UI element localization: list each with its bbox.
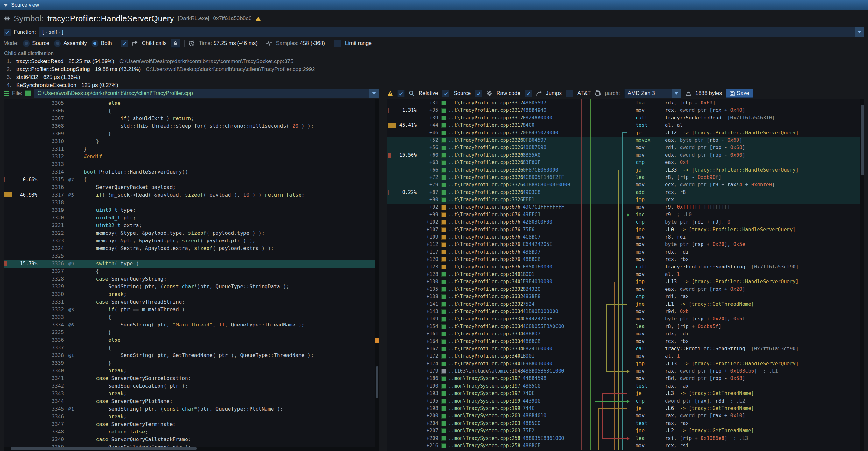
scrollbar-handle[interactable] (376, 366, 378, 398)
chevron-down-icon[interactable] (855, 27, 864, 37)
source-line-3312[interactable]: 3312#endif (3, 153, 379, 160)
source-line-3328[interactable]: 3328 case ServerQueryString: (3, 275, 379, 283)
mode-radio-source[interactable]: Source (23, 40, 49, 47)
function-checkbox[interactable] (3, 29, 11, 36)
asm-row-+102[interactable]: +102..t\TracyProfiler.hpp:67642803C0F00c… (388, 218, 865, 226)
asm-row-+138[interactable]: +138..t\TracyProfiler.cpp:3332483BF8cmpr… (388, 293, 865, 300)
source-line-3338[interactable]: 3338@1 SendString( ptr, GetThreadName( p… (3, 352, 379, 359)
asm-source-location[interactable]: ..t\TracyProfiler.hpp:676 (441, 234, 523, 241)
source-checkbox[interactable] (442, 90, 450, 97)
source-line-3313[interactable]: 3313 (3, 160, 379, 168)
asm-source-location[interactable]: ..t\TracyProfiler.cpp:3317 (441, 114, 523, 122)
source-line-3330[interactable]: 3330 break; (3, 291, 379, 298)
asm-row-+164[interactable]: +164..t\TracyProfiler.cpp:3334488BCBmovr… (388, 338, 865, 345)
chevron-down-icon[interactable] (672, 89, 681, 98)
source-line-3314[interactable]: 3314bool Profiler::HandleServerQuery() (3, 168, 379, 176)
asm-source-location[interactable]: ..mon\TracySystem.cpp:203 (441, 420, 523, 427)
mode-radio-both[interactable]: Both (91, 40, 112, 47)
asm-source-location[interactable]: ..mon\TracySystem.cpp:199 (441, 397, 523, 405)
source-line-3329[interactable]: 3329 SendString( ptr, (const char*)ptr, … (3, 283, 379, 291)
asm-source-location[interactable]: ..t\TracyProfiler.hpp:676 (441, 256, 523, 263)
source-line-3320[interactable]: 3320 uint64_t ptr; (3, 214, 379, 222)
asm-source-location[interactable]: ..t\TracyProfiler.cpp:3317 (441, 129, 523, 137)
asm-row-+123[interactable]: +123..t\TracyProfiler.hpp:676E850160000c… (388, 263, 865, 271)
asm-row-+193[interactable]: +193..mon\TracySystem.cpp:197740Eje.L3 -… (388, 390, 865, 397)
asm-row-+216[interactable]: +216..mon\TracySystem.cpp:258488BCEmovrc… (388, 442, 865, 449)
asm-source-location[interactable]: ..t\TracyProfiler.hpp:676 (441, 218, 523, 226)
source-line-3348[interactable]: 3348 return false; (3, 428, 379, 436)
asm-source-location[interactable]: ..mon\TracySystem.cpp:197 (441, 383, 523, 390)
uarch-combo[interactable]: AMD Zen 3 (624, 89, 681, 98)
asm-row-+52[interactable]: +52..t\TracyProfiler.cpp:33260FB64597mov… (388, 137, 865, 144)
source-line-3306[interactable]: 3306 { (3, 107, 379, 115)
asm-row-+90[interactable]: +90..t\TracyProfiler.cpp:3326FFE1jmprcx (388, 196, 865, 204)
asm-row-+112[interactable]: +112..t\TracyProfiler.hpp:676C64424205Em… (388, 241, 865, 248)
source-line-3349[interactable]: 3349 case ServerQueryCallstackFrame: (3, 436, 379, 443)
asm-source-location[interactable]: ..mon\TracySystem.cpp:203 (441, 427, 523, 434)
source-line-3336[interactable]: 3336 else (3, 336, 379, 344)
asm-source-location[interactable]: ..t\TracyProfiler.cpp:3334 (441, 323, 523, 330)
asm-source-location[interactable]: ..t\TracyProfiler.cpp:3326 (441, 189, 523, 196)
asm-row-+167[interactable]: +167..t\TracyProfiler.cpp:3334E824160000… (388, 345, 865, 353)
asm-source-location[interactable]: ..t\TracyProfiler.cpp:3401 (441, 278, 523, 285)
source-line-3305[interactable]: 3305 else (3, 99, 379, 107)
raw-code-checkbox[interactable] (475, 90, 482, 97)
asm-source-location[interactable]: ..mon\TracySystem.cpp:258 (441, 442, 523, 449)
asm-source-location[interactable]: ..t\TracyProfiler.hpp:676 (441, 263, 523, 271)
source-line-3307[interactable]: 3307 if( shouldExit ) return; (3, 115, 379, 122)
asm-row-+39[interactable]: +39..t\TracyProfiler.cpp:3317E824AA0000c… (388, 114, 865, 122)
asm-row-+200[interactable]: +200..mon\TracySystem.cpp:203488B4010mov… (388, 412, 865, 419)
asm-source-location[interactable]: ..t\TracyProfiler.hpp:676 (441, 241, 523, 248)
scrollbar-handle[interactable] (861, 105, 864, 175)
asm-source-location[interactable]: ..mon\TracySystem.cpp:203 (441, 412, 523, 419)
asm-source-location[interactable]: ..t\TracyProfiler.cpp:3332 (441, 286, 523, 293)
asm-source-location[interactable]: ..t\TracyProfiler.cpp:3332 (441, 301, 523, 308)
child-calls-checkbox[interactable] (121, 40, 128, 47)
asm-row-+154[interactable]: +154..t\TracyProfiler.cpp:33344C8D055FBA… (388, 323, 865, 330)
hot-line-marker[interactable] (375, 338, 379, 343)
asm-source-location[interactable]: ..t\TracyProfiler.cpp:3334 (441, 315, 523, 323)
source-line-3333[interactable]: 3333 { (3, 313, 379, 321)
asm-row-+204[interactable]: +204..mon\TracySystem.cpp:2034885C0testr… (388, 420, 865, 427)
asm-row-+46[interactable]: +46..t\TracyProfiler.cpp:33170F843502000… (388, 129, 865, 137)
asm-row-+99[interactable]: +99..t\TracyProfiler.hpp:67649FFC1incr9 … (388, 211, 865, 218)
asm-row-+92[interactable]: +92..t\TracyProfiler.hpp:67649C7C1FFFFFF… (388, 204, 865, 211)
asm-row-+135[interactable]: +135..t\TracyProfiler.cpp:33328B4320move… (388, 286, 865, 293)
asm-source-location[interactable]: ..t\TracyProfiler.cpp:3326 (441, 181, 523, 188)
asm-row-+60[interactable]: 15.50%+60..t\TracyProfiler.cpp:33268B55A… (388, 152, 865, 159)
source-line-3337[interactable]: 3337 { (3, 344, 379, 352)
asm-row-+79[interactable]: +79..t\TracyProfiler.cpp:3326418B8C80E0B… (388, 181, 865, 188)
asm-source-location[interactable]: ..1103\include\atomic:1048 (441, 367, 523, 375)
source-line-3334[interactable]: 3334@6 SendString( ptr, "Main thread", 1… (3, 321, 379, 329)
asm-source-location[interactable]: ..t\TracyProfiler.hpp:676 (441, 248, 523, 256)
asm-source-location[interactable]: ..t\TracyProfiler.cpp:3332 (441, 293, 523, 300)
asm-source-location[interactable]: ..t\TracyProfiler.cpp:3326 (441, 137, 523, 144)
asm-row-+35[interactable]: 1.31%+35..t\TracyProfiler.cpp:3317488B49… (388, 107, 865, 114)
asm-source-location[interactable]: ..t\TracyProfiler.cpp:3317 (441, 99, 523, 107)
assembly-vertical-scrollbar[interactable] (860, 99, 865, 451)
file-combo[interactable]: C:\Users\wolf\Desktop\darkrl\contrib\tra… (34, 89, 379, 98)
source-line-3342[interactable]: 3342 SendSourceLocation( ptr ); (3, 382, 379, 390)
asm-source-location[interactable]: ..mon\TracySystem.cpp:258 (441, 435, 523, 442)
asm-source-location[interactable]: ..mon\TracySystem.cpp:197 (441, 375, 523, 382)
asm-source-location[interactable]: ..t\TracyProfiler.cpp:3326 (441, 167, 523, 174)
asm-row-+63[interactable]: +63..t\TracyProfiler.cpp:332683F80Fcmpea… (388, 159, 865, 166)
asm-row-+56[interactable]: +56..t\TracyProfiler.cpp:3326488B7D98mov… (388, 144, 865, 151)
att-checkbox[interactable] (566, 90, 573, 97)
asm-row-+87[interactable]: 0.22%+87..t\TracyProfiler.cpp:33264903C8… (388, 189, 865, 196)
asm-row-+161[interactable]: +161..t\TracyProfiler.cpp:3334488BD7movr… (388, 330, 865, 338)
asm-row-+109[interactable]: +109..t\TracyProfiler.hpp:6764C8BC7movr8… (388, 234, 865, 241)
titlebar[interactable]: Source view (0, 0, 868, 10)
source-line-3340[interactable]: 3340 break; (3, 367, 379, 374)
asm-source-location[interactable]: ..t\TracyProfiler.cpp:3317 (441, 122, 523, 129)
source-line-3335[interactable]: 3335 } (3, 329, 379, 336)
asm-source-location[interactable]: ..t\TracyProfiler.cpp:3317 (441, 107, 523, 114)
source-line-3321[interactable]: 3321 uint32_t extra; (3, 222, 379, 229)
collapse-icon[interactable] (3, 4, 8, 7)
asm-source-location[interactable]: ..mon\TracySystem.cpp:197 (441, 390, 523, 397)
source-line-3332[interactable]: 3332@3 if( ptr == m_mainThread ) (3, 306, 379, 313)
source-line-3343[interactable]: 3343 break; (3, 390, 379, 397)
source-line-3324[interactable]: 3324 memcpy( &extra, &payload.extra, siz… (3, 245, 379, 252)
asm-row-+120[interactable]: +120..t\TracyProfiler.hpp:676488BCBmovrc… (388, 256, 865, 263)
asm-row-+141[interactable]: +141..t\TracyProfiler.cpp:33327524jne.L1… (388, 301, 865, 308)
